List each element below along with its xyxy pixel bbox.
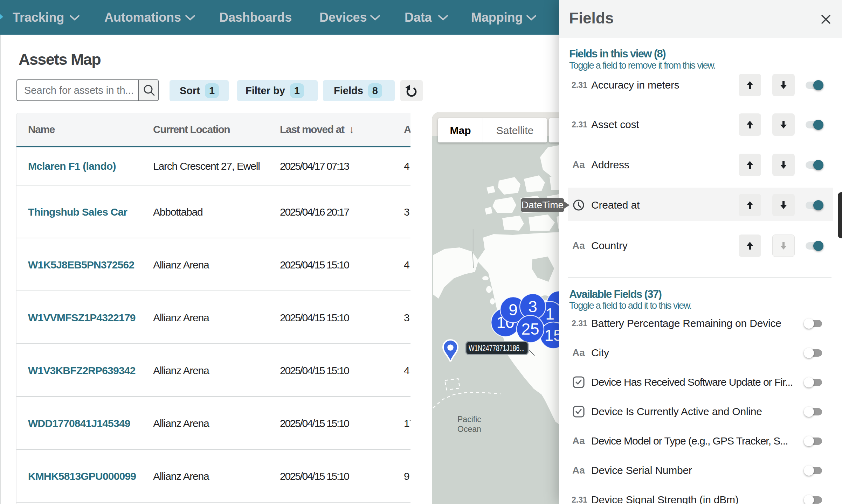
svg-text:3: 3 bbox=[528, 298, 537, 316]
svg-text:9: 9 bbox=[509, 301, 518, 319]
svg-text:W1N2477871J186...: W1N2477871J186... bbox=[469, 344, 525, 353]
svg-text:25: 25 bbox=[521, 320, 539, 338]
svg-text:1: 1 bbox=[545, 305, 554, 323]
